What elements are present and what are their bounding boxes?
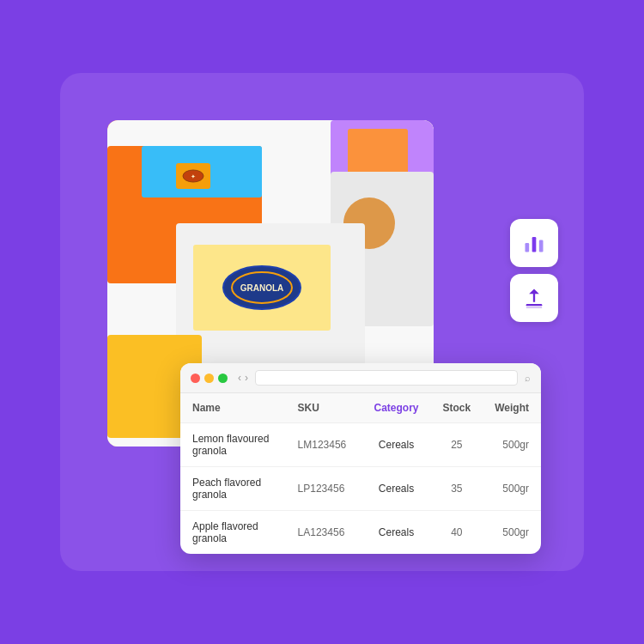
table-row: Peach flavored granola LP123456 Cereals … [180,467,541,511]
chart-button[interactable] [510,219,558,267]
cell-category-0: Cereals [362,423,431,467]
cell-sku-0: LM123456 [286,423,362,467]
col-header-stock: Stock [431,393,483,423]
cell-stock-2: 40 [431,511,483,555]
browser-bar: ‹ › ⌕ [180,363,541,393]
nav-arrows: ‹ › [238,372,248,384]
upload-icon [522,286,546,310]
svg-rect-6 [532,237,537,252]
table-header-row: Name SKU Category Stock Weight [180,393,541,423]
cell-weight-2: 500gr [483,511,541,555]
col-header-sku: SKU [286,393,362,423]
maximize-dot[interactable] [218,374,228,383]
col-header-weight: Weight [483,393,541,423]
cell-name-2: Apple flavored granola [180,511,286,555]
minimize-dot[interactable] [204,374,214,383]
upload-button[interactable] [510,274,558,322]
cell-name-1: Peach flavored granola [180,467,286,511]
main-card: ✦ GRANOLA [60,73,584,571]
icon-buttons-container [510,219,558,322]
cell-name-0: Lemon flavoured granola [180,423,286,467]
cell-category-2: Cereals [362,511,431,555]
table-row: Lemon flavoured granola LM123456 Cereals… [180,423,541,467]
svg-rect-9 [526,307,543,308]
cell-sku-1: LP123456 [286,467,362,511]
cell-weight-0: 500gr [483,423,541,467]
close-dot[interactable] [191,374,200,383]
svg-text:GRANOLA: GRANOLA [240,283,284,293]
address-bar[interactable] [255,370,518,386]
cell-sku-2: LA123456 [286,511,362,555]
back-arrow[interactable]: ‹ [238,372,241,384]
cell-category-1: Cereals [362,467,431,511]
col-header-category: Category [362,393,431,423]
forward-arrow[interactable]: › [245,372,248,384]
svg-rect-5 [526,243,530,252]
search-icon: ⌕ [525,373,531,383]
cell-stock-1: 35 [431,467,483,511]
products-table: Name SKU Category Stock Weight Lemon fla… [180,393,541,554]
cell-weight-1: 500gr [483,467,541,511]
cell-stock-0: 25 [431,423,483,467]
svg-text:✦: ✦ [191,173,196,179]
col-header-name: Name [180,393,286,423]
chart-bar-icon [522,231,546,255]
svg-rect-8 [526,304,543,306]
traffic-lights [191,374,228,383]
svg-rect-7 [539,240,544,252]
browser-card: ‹ › ⌕ Name SKU Category Stock Weight Lem… [180,363,541,554]
table-row: Apple flavored granola LA123456 Cereals … [180,511,541,555]
